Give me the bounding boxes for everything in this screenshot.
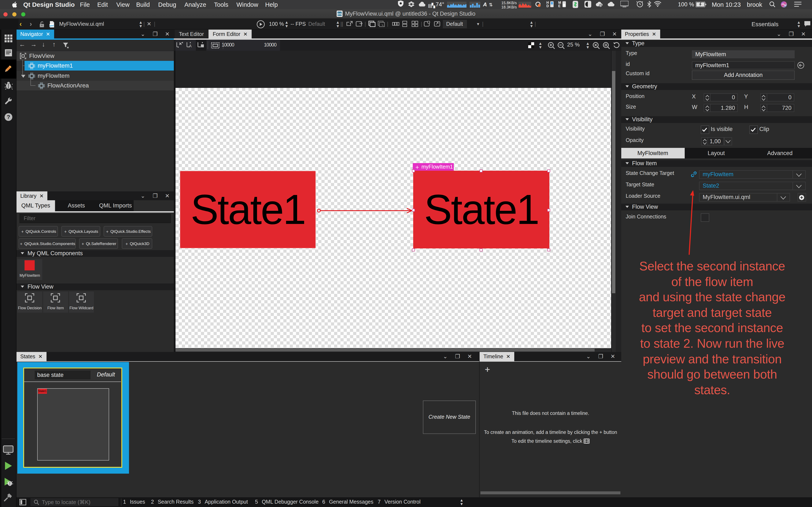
svg-text:qml: qml — [49, 24, 54, 26]
svg-text:DS: DS — [338, 12, 342, 16]
svg-text:A: A — [189, 44, 192, 48]
svg-text:?: ? — [7, 114, 10, 120]
